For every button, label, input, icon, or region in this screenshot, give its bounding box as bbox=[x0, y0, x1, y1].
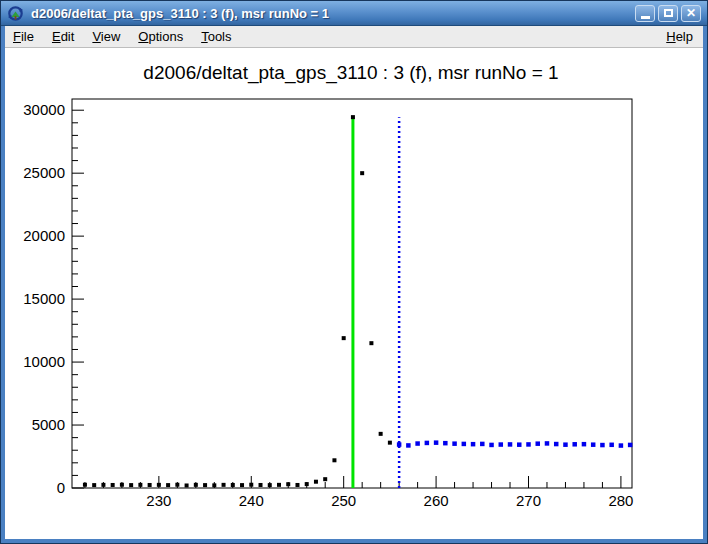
minimize-icon bbox=[641, 16, 650, 19]
titlebar[interactable]: d2006/deltat_pta_gps_3110 : 3 (f), msr r… bbox=[1, 1, 707, 26]
fit-tail-point bbox=[452, 441, 457, 446]
fit-tail-point bbox=[462, 442, 467, 447]
close-button[interactable]: ✕ bbox=[681, 5, 701, 22]
close-icon: ✕ bbox=[686, 7, 696, 19]
y-tick-label: 10000 bbox=[23, 353, 65, 370]
histogram-data-point bbox=[111, 483, 115, 487]
fit-tail-point bbox=[471, 442, 476, 447]
y-tick-label: 20000 bbox=[23, 227, 65, 244]
menu-view[interactable]: View bbox=[83, 27, 129, 46]
histogram-data-point bbox=[286, 482, 290, 486]
root-canvas-window: d2006/deltat_pta_gps_3110 : 3 (f), msr r… bbox=[0, 0, 708, 544]
fit-tail-point bbox=[425, 441, 430, 446]
y-tick-label: 25000 bbox=[23, 164, 65, 181]
histogram-data-point bbox=[295, 483, 299, 487]
maximize-icon bbox=[664, 9, 673, 17]
histogram-data-point bbox=[129, 483, 133, 487]
histogram-data-point bbox=[185, 483, 189, 487]
fit-tail-point bbox=[619, 443, 624, 448]
histogram-data-point bbox=[175, 483, 179, 487]
fit-tail-point bbox=[517, 442, 522, 447]
histogram-data-point bbox=[259, 483, 263, 487]
y-tick-label: 0 bbox=[57, 479, 65, 496]
histogram-plot[interactable]: d2006/deltat_pta_gps_3110 : 3 (f), msr r… bbox=[5, 48, 703, 539]
fit-tail-point bbox=[526, 442, 531, 447]
histogram-data-point bbox=[166, 483, 170, 487]
histogram-data-point bbox=[120, 483, 124, 487]
histogram-data-point bbox=[222, 483, 226, 487]
fit-tail-point bbox=[443, 441, 448, 446]
menu-file[interactable]: File bbox=[5, 27, 43, 46]
x-tick-label: 270 bbox=[516, 492, 541, 509]
histogram-data-point bbox=[305, 482, 309, 486]
fit-tail-point bbox=[600, 443, 605, 448]
fit-tail-point bbox=[582, 442, 587, 447]
fit-tail-point bbox=[434, 440, 439, 445]
histogram-data-point bbox=[203, 483, 207, 487]
y-tick-label: 15000 bbox=[23, 290, 65, 307]
histogram-data-point bbox=[379, 432, 383, 436]
fit-tail-point bbox=[628, 443, 633, 448]
histogram-data-point bbox=[249, 483, 253, 487]
y-tick-label: 30000 bbox=[23, 101, 65, 118]
menubar: File Edit View Options Tools Help bbox=[5, 26, 703, 48]
menu-help[interactable]: Help bbox=[657, 27, 703, 46]
menu-tools[interactable]: Tools bbox=[192, 27, 240, 46]
menu-edit[interactable]: Edit bbox=[43, 27, 83, 46]
histogram-data-point bbox=[342, 336, 346, 340]
x-tick-label: 280 bbox=[608, 492, 633, 509]
x-tick-label: 250 bbox=[331, 492, 356, 509]
histogram-data-point bbox=[360, 171, 364, 175]
fit-tail-point bbox=[508, 442, 512, 447]
fit-tail-point bbox=[397, 442, 402, 447]
histogram-data-point bbox=[323, 477, 327, 481]
maximize-button[interactable] bbox=[658, 5, 678, 22]
histogram-data-point bbox=[314, 480, 318, 484]
fit-tail-point bbox=[572, 442, 577, 447]
histogram-data-point bbox=[157, 483, 161, 487]
histogram-data-point bbox=[277, 483, 281, 487]
histogram-data-point bbox=[268, 483, 272, 487]
fit-tail-point bbox=[480, 442, 485, 447]
x-tick-label: 230 bbox=[146, 492, 171, 509]
histogram-data-point bbox=[92, 483, 96, 487]
histogram-data-point bbox=[332, 458, 336, 462]
histogram-data-point bbox=[138, 483, 142, 487]
minimize-button[interactable] bbox=[635, 5, 655, 22]
fit-tail-point bbox=[609, 443, 614, 448]
fit-tail-point bbox=[535, 441, 540, 446]
fit-tail-point bbox=[545, 441, 550, 446]
root-app-icon bbox=[7, 5, 24, 22]
fit-tail-point bbox=[554, 442, 559, 447]
y-tick-label: 5000 bbox=[32, 416, 65, 433]
histogram-data-point bbox=[194, 483, 198, 487]
fit-tail-point bbox=[489, 443, 494, 448]
histogram-data-point bbox=[231, 483, 235, 487]
histogram-data-point bbox=[351, 115, 355, 119]
fit-tail-point bbox=[499, 442, 504, 447]
fit-tail-point bbox=[406, 443, 411, 448]
histogram-data-point bbox=[148, 483, 152, 487]
plot-title: d2006/deltat_pta_gps_3110 : 3 (f), msr r… bbox=[143, 62, 558, 84]
histogram-data-point bbox=[212, 483, 216, 487]
plot-canvas[interactable]: d2006/deltat_pta_gps_3110 : 3 (f), msr r… bbox=[5, 48, 703, 539]
histogram-data-point bbox=[240, 483, 244, 487]
histogram-data-point bbox=[388, 441, 392, 445]
x-tick-label: 260 bbox=[424, 492, 449, 509]
menu-options[interactable]: Options bbox=[129, 27, 192, 46]
fit-tail-point bbox=[563, 442, 568, 447]
histogram-data-point bbox=[101, 483, 105, 487]
fit-tail-point bbox=[591, 442, 596, 447]
histogram-data-point bbox=[83, 483, 87, 487]
histogram-data-point bbox=[369, 341, 373, 345]
window-title: d2006/deltat_pta_gps_3110 : 3 (f), msr r… bbox=[31, 6, 635, 21]
fit-tail-point bbox=[415, 441, 420, 446]
x-tick-label: 240 bbox=[239, 492, 264, 509]
